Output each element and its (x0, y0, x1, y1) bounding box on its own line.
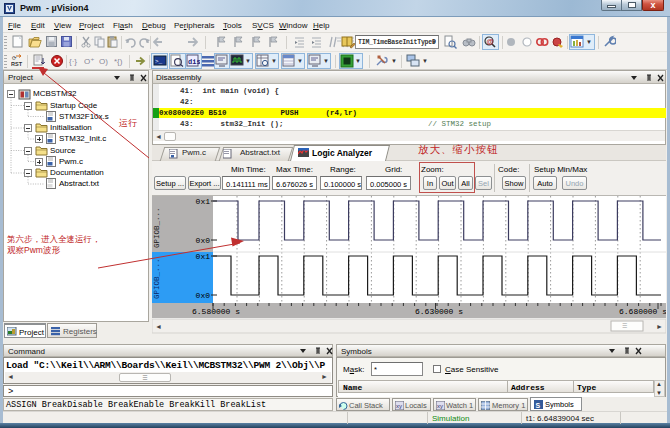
svg-text:☰: ☰ (622, 323, 627, 329)
svg-text:►: ► (656, 323, 663, 330)
svg-text:6.680000 s: 6.680000 s (619, 307, 666, 316)
svg-text:0x1: 0x1 (196, 252, 211, 261)
svg-text:0x0: 0x0 (196, 291, 211, 300)
svg-text:{·}: {·} (69, 57, 77, 66)
svg-text:6.630000 s: 6.630000 s (415, 307, 463, 316)
svg-text:O): O) (99, 57, 108, 66)
svg-text:S: S (536, 402, 541, 409)
svg-text:xy: xy (396, 403, 402, 409)
svg-text:O⁺: O⁺ (84, 57, 94, 66)
svg-text:0x0: 0x0 (196, 236, 211, 245)
svg-text:◄: ◄ (155, 323, 162, 330)
svg-text:dis: dis (188, 58, 200, 66)
svg-text:*{): *{) (114, 57, 123, 66)
svg-text:@: @ (487, 38, 494, 45)
svg-text:6.580000 s: 6.580000 s (192, 307, 240, 316)
svg-text:RST: RST (11, 61, 23, 67)
svg-text:xy: xy (437, 403, 443, 409)
svg-text:>_: >_ (155, 58, 163, 65)
svg-text:GPIOB_...: GPIOB_... (153, 207, 161, 248)
svg-text:GPIOB_...: GPIOB_... (153, 258, 161, 299)
svg-text:0x1: 0x1 (196, 197, 211, 206)
